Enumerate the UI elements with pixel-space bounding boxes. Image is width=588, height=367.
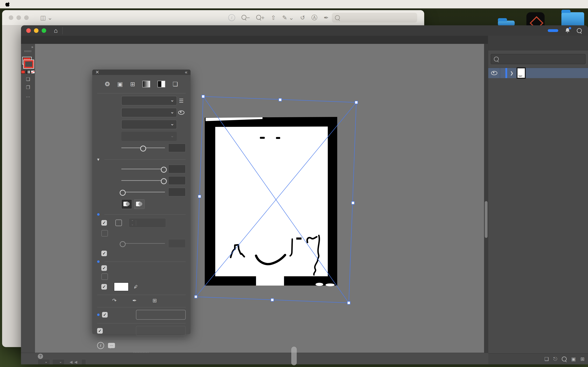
layer-visibility-icon[interactable]: [491, 71, 497, 75]
share-icon[interactable]: ⇧: [271, 14, 276, 21]
method-abutting-button[interactable]: [121, 199, 132, 209]
ignore-color-swatch[interactable]: [114, 283, 129, 291]
create-section-header: [97, 213, 186, 216]
window-traffic-lights[interactable]: [26, 28, 49, 33]
eyedropper-icon[interactable]: ✑: [131, 283, 139, 291]
auto-grouping-checkbox[interactable]: [102, 312, 108, 317]
anchors-count-icon: ✒: [132, 297, 137, 304]
feedback-icon[interactable]: ⋯: [108, 343, 115, 348]
corners-slider[interactable]: [121, 176, 165, 185]
sidebar-icon[interactable]: ◫ ⌄: [40, 14, 52, 21]
preview-checkbox[interactable]: [97, 328, 103, 334]
zoom-out-icon[interactable]: −: [242, 14, 250, 21]
view-eye-icon[interactable]: [177, 110, 186, 115]
advanced-section-header[interactable]: [97, 157, 186, 162]
snap-curves-checkbox[interactable]: [101, 265, 107, 271]
layers-search-input[interactable]: [502, 56, 576, 62]
home-icon[interactable]: ⌂: [54, 27, 63, 34]
layer-expand-chevron[interactable]: ❯: [510, 71, 513, 75]
annotate-icon[interactable]: Ⓐ: [311, 14, 318, 22]
export-icon[interactable]: ⎋: [553, 356, 557, 362]
notifications-bell-icon[interactable]: [564, 28, 571, 33]
layer-thumbnail: [517, 67, 526, 79]
traced-image[interactable]: [205, 117, 337, 286]
share-button[interactable]: [548, 29, 558, 32]
preset-menu-icon[interactable]: ☰: [177, 98, 186, 104]
grayscale-preset-icon[interactable]: [142, 81, 150, 87]
panel-close-icon[interactable]: ✕: [95, 70, 99, 75]
trace-preset-icons: ❂ ▣ ⊞ ❏: [97, 81, 186, 88]
color-chip[interactable]: [21, 70, 25, 74]
artboard-number-field[interactable]: [81, 359, 86, 364]
make-mask-icon[interactable]: ▣: [571, 356, 576, 362]
strokes-checkbox[interactable]: [115, 219, 122, 226]
low-color-preset-icon[interactable]: ⊞: [130, 81, 135, 88]
panel-resize-grip[interactable]: [92, 351, 190, 353]
toolbar-expand-icon[interactable]: »: [31, 45, 35, 49]
preview-search-field[interactable]: [332, 13, 417, 23]
paths-count-icon: ↷: [112, 297, 117, 304]
paths-slider[interactable]: [121, 165, 165, 173]
fill-stroke-indicator[interactable]: [22, 57, 34, 68]
high-color-preset-icon[interactable]: ▣: [117, 81, 123, 88]
trace-info-icon[interactable]: i: [97, 342, 104, 349]
zoom-in-icon[interactable]: +: [256, 14, 265, 21]
desktop-folder-partial[interactable]: [498, 21, 515, 26]
auto-color-preset-icon[interactable]: ❂: [105, 81, 110, 88]
panel-collapse-icon[interactable]: «: [185, 70, 187, 75]
preset-dropdown[interactable]: [121, 96, 177, 105]
threshold-slider[interactable]: [121, 143, 165, 152]
rotate-icon[interactable]: ↺: [300, 14, 305, 21]
threshold-value[interactable]: [168, 143, 186, 152]
zoom-level-dropdown[interactable]: [38, 359, 50, 364]
method-overlapping-button[interactable]: [134, 199, 145, 209]
canvas-vertical-scrollbar[interactable]: [484, 44, 488, 353]
outline-preset-icon[interactable]: ❏: [173, 81, 178, 88]
scrollbar-thumb[interactable]: [485, 201, 488, 238]
new-layer-icon[interactable]: ⊞: [580, 356, 585, 362]
signature-icon[interactable]: ✒: [324, 14, 329, 21]
info-icon[interactable]: i: [228, 14, 235, 21]
shapes-checkbox[interactable]: [101, 250, 107, 256]
question-mark-icon[interactable]: ?: [38, 354, 43, 359]
colors-count-icon: ⊞: [152, 297, 157, 304]
smooth-value: [168, 239, 186, 248]
zoom-window-button[interactable]: [42, 28, 46, 33]
artboard-nav-icons[interactable]: ◀◀: [67, 360, 79, 364]
mode-dropdown[interactable]: [121, 120, 177, 129]
apple-menu-icon[interactable]: [5, 1, 10, 7]
close-window-button[interactable]: [26, 28, 31, 33]
noise-slider[interactable]: [121, 188, 165, 196]
trace-info-row: ↷ ✒ ⊞: [97, 297, 186, 304]
fills-checkbox[interactable]: [101, 220, 107, 226]
more-tools-icon[interactable]: …: [26, 93, 30, 98]
rotation-dropdown[interactable]: [52, 359, 64, 364]
noise-value[interactable]: [168, 188, 186, 196]
minimize-window-button[interactable]: [34, 28, 38, 33]
image-trace-panel: ✕ « ❂ ▣ ⊞ ❏ ☰: [92, 70, 190, 334]
paths-value[interactable]: [168, 165, 186, 173]
color-chips: [21, 70, 35, 74]
view-dropdown[interactable]: [121, 108, 177, 117]
preview-traffic-lights[interactable]: [9, 15, 32, 20]
app-search-icon[interactable]: [577, 28, 582, 33]
layer-row[interactable]: ❯: [488, 68, 588, 78]
none-chip[interactable]: [31, 70, 35, 74]
markup-pencil-icon[interactable]: ✎ ⌄: [282, 14, 294, 21]
locate-object-icon[interactable]: [562, 357, 567, 361]
collect-for-export-icon[interactable]: ❏: [545, 356, 549, 362]
ignore-color-checkbox[interactable]: [101, 284, 107, 290]
layers-search-field[interactable]: [491, 54, 586, 64]
tools-panel: » ❏ ❐ …: [21, 44, 35, 353]
draw-mode-icon[interactable]: ❏: [26, 76, 30, 82]
search-icon: [494, 57, 499, 61]
black-white-preset-icon[interactable]: [157, 81, 165, 87]
stroke-swatch[interactable]: [24, 60, 34, 68]
expand-button[interactable]: [136, 310, 186, 320]
toolbar-grip[interactable]: [25, 50, 32, 52]
gradient-chip[interactable]: [26, 70, 30, 74]
corners-value[interactable]: [168, 176, 186, 185]
screen-mode-icon[interactable]: ❐: [26, 85, 30, 90]
canvas-artwork[interactable]: [189, 91, 364, 311]
search-input[interactable]: [342, 15, 405, 21]
